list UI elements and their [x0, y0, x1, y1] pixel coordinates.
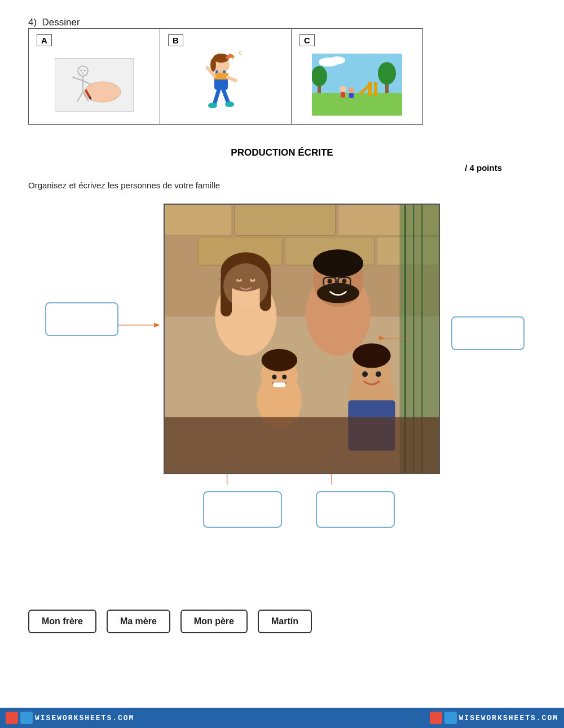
word-card-pere[interactable]: Mon père	[180, 610, 248, 633]
svg-point-27	[208, 103, 217, 108]
footer-left-icon-red	[6, 712, 18, 724]
footer-right-icon-red	[430, 712, 442, 724]
svg-point-2	[84, 69, 86, 71]
svg-line-24	[228, 77, 236, 81]
label-box-left[interactable]	[45, 302, 118, 336]
footer-left: WISEWORKSHEETS.COM	[6, 712, 134, 724]
word-bank: Mon frère Ma mère Mon père Martín	[28, 610, 536, 633]
svg-rect-38	[374, 82, 377, 96]
svg-rect-46	[165, 205, 232, 236]
svg-point-40	[340, 86, 346, 92]
svg-point-8	[85, 82, 121, 102]
svg-rect-32	[312, 93, 402, 116]
svg-point-79	[272, 374, 276, 379]
svg-point-1	[81, 69, 82, 71]
svg-rect-41	[341, 92, 345, 98]
svg-point-74	[342, 279, 346, 284]
svg-point-80	[282, 374, 287, 379]
label-box-bottom-left[interactable]	[203, 491, 282, 528]
footer: WISEWORKSHEETS.COM WISEWORKSHEETS.COM	[0, 708, 564, 728]
svg-line-4	[72, 77, 83, 81]
box-label-c: C	[299, 34, 315, 46]
image-boxes-container: A	[28, 28, 423, 125]
word-card-martin[interactable]: Martín	[258, 610, 312, 633]
svg-line-26	[223, 90, 228, 103]
park-svg	[312, 54, 402, 116]
section-header: 4) Dessiner	[28, 17, 536, 28]
svg-point-77	[262, 349, 297, 372]
svg-line-6	[77, 92, 83, 102]
points-label: / 4 points	[28, 163, 536, 173]
svg-rect-47	[235, 205, 336, 236]
svg-point-85	[362, 372, 368, 377]
svg-point-0	[78, 66, 88, 76]
svg-point-69	[317, 283, 359, 303]
drawing-placeholder	[55, 58, 134, 112]
svg-point-18	[228, 55, 231, 58]
footer-left-icon-blue	[20, 712, 33, 724]
box-image-a	[37, 51, 152, 118]
family-photo-svg	[165, 204, 439, 474]
box-label-b: B	[168, 34, 183, 46]
footer-right: WISEWORKSHEETS.COM	[430, 712, 558, 724]
production-section: PRODUCTION ÉCRITE / 4 points Organisez e…	[28, 147, 536, 633]
production-title: PRODUCTION ÉCRITE	[28, 147, 536, 158]
image-box-b: B ♪ ♫	[160, 29, 292, 124]
family-photo	[164, 204, 440, 474]
footer-left-text: WISEWORKSHEETS.COM	[35, 714, 134, 722]
box-label-a: A	[37, 34, 52, 46]
svg-line-5	[83, 81, 91, 85]
svg-point-65	[223, 263, 268, 308]
footer-right-icon-blue	[444, 712, 457, 724]
svg-text:♫: ♫	[238, 50, 243, 56]
svg-point-36	[378, 62, 396, 85]
girl-svg: ♪ ♫	[197, 48, 254, 121]
image-box-a: A	[29, 29, 160, 124]
word-card-mere[interactable]: Ma mère	[107, 610, 170, 633]
svg-point-83	[352, 343, 390, 368]
svg-point-28	[225, 102, 234, 107]
svg-point-34	[312, 66, 327, 86]
svg-point-42	[349, 87, 354, 93]
box-image-b: ♪ ♫	[168, 51, 283, 118]
word-card-frere[interactable]: Mon frère	[28, 610, 96, 633]
svg-rect-78	[273, 382, 285, 387]
label-box-right[interactable]	[451, 316, 525, 350]
svg-point-31	[329, 56, 345, 64]
stick-figure-svg	[58, 61, 131, 109]
instruction-text: Organisez et écrivez les personnes de vo…	[28, 180, 536, 190]
box-image-c	[299, 51, 415, 118]
label-box-bottom-right[interactable]	[316, 491, 395, 528]
svg-point-73	[328, 279, 332, 284]
image-box-c: C	[292, 29, 422, 124]
section-title: 4) Dessiner	[28, 17, 80, 28]
girl-dance-icon: ♪ ♫	[192, 51, 259, 118]
park-image	[312, 54, 402, 116]
family-diagram	[28, 204, 536, 598]
svg-rect-87	[165, 417, 439, 473]
svg-line-25	[214, 90, 219, 104]
svg-rect-43	[349, 93, 354, 98]
svg-point-68	[313, 249, 363, 277]
footer-right-text: WISEWORKSHEETS.COM	[459, 714, 558, 722]
svg-point-86	[376, 372, 381, 377]
